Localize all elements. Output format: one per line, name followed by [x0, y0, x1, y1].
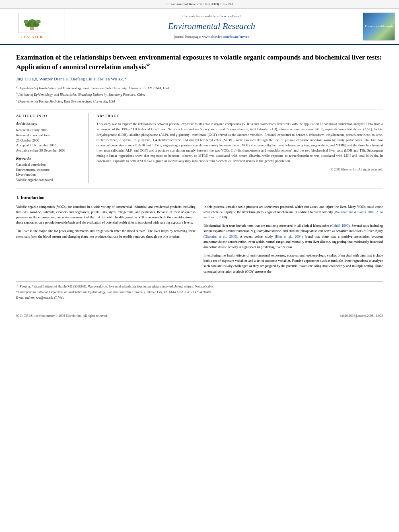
body-two-col: Volatile organic compounds (VOCs) are co…	[16, 204, 383, 277]
page: Environmental Research 109 (2009) 193–19…	[0, 0, 399, 321]
svg-point-4	[24, 20, 29, 24]
body-left-col: Volatile organic compounds (VOCs) are co…	[16, 204, 195, 277]
intro-right-para3: In exploring the health effects of envir…	[204, 253, 383, 274]
authors-line: Jing Liu a,b, Wanzer Drane a, Xuefeng Li…	[16, 76, 383, 82]
journal-citation-bar: Environmental Research 109 (2009) 193–19…	[0, 0, 399, 9]
title-text: Examination of the relationships between…	[16, 53, 382, 71]
affil-c-text: Department of Family Medicine, East Tenn…	[17, 99, 115, 103]
elsevier-logo: ELSEVIER	[18, 13, 46, 40]
affiliations: a Department of Biostatistics and Epidem…	[16, 85, 383, 104]
keyword-liver: Liver function	[16, 173, 82, 177]
journal-header: ELSEVIER Contents lists available at Sci…	[0, 9, 399, 45]
article-info-abstract-section: ARTICLE INFO Article history: Received 2…	[16, 109, 383, 183]
journal-title-area: Contents lists available at ScienceDirec…	[64, 9, 359, 44]
abstract-label: ABSTRACT	[97, 113, 383, 119]
intro-heading-text: 1. Introduction	[16, 195, 45, 200]
content-area: Examination of the relationships between…	[0, 45, 399, 310]
issn-text: 0013-9351/$- see front matter © 2008 Els…	[16, 314, 107, 318]
funding-note: ☆ Funding: National Institutes of Health…	[16, 284, 383, 289]
article-info-col: ARTICLE INFO Article history: Received 2…	[16, 113, 88, 183]
ref-cahill[interactable]: Cahill, 1999	[331, 224, 349, 228]
keyword-voc: Volatile organic compound	[16, 178, 82, 183]
copyright-line: © 2008 Elsevier Inc. All rights reserved…	[97, 167, 383, 172]
intro-right-para1: In this process, unstable toxic products…	[204, 204, 383, 220]
title-footnote-star: ☆	[146, 62, 150, 67]
journal-homepage-line: journal homepage: www.elsevier.com/locat…	[174, 34, 249, 39]
article-title: Examination of the relationships between…	[16, 53, 383, 72]
abstract-text: This study was to explore the relationsh…	[97, 121, 383, 164]
ref-giannini[interactable]: Giannini et al., 2005	[205, 234, 236, 238]
journal-cover-thumbnail: Environmental Research	[363, 12, 395, 41]
authors-text: Jing Liu a,b, Wanzer Drane a, Xuefeng Li…	[16, 76, 127, 81]
intro-para2: The liver is the major site for processi…	[16, 228, 195, 239]
article-info-label: ARTICLE INFO	[16, 113, 82, 119]
elsevier-logo-box	[18, 13, 46, 33]
intro-para1: Volatile organic compounds (VOCs) are co…	[16, 204, 195, 226]
body-right-col: In this process, unstable toxic products…	[204, 204, 383, 277]
history-text: Received 23 July 2008 Received in revise…	[16, 127, 82, 153]
journal-title: Environmental Research	[168, 20, 255, 33]
homepage-link[interactable]: www.elsevier.com/locate/envres	[202, 35, 249, 39]
elsevier-tree-icon	[22, 15, 42, 31]
journal-thumbnail-area: Environmental Research	[359, 9, 399, 44]
introduction-heading: 1. Introduction	[16, 195, 383, 201]
abstract-col: ABSTRACT This study was to explore the r…	[97, 113, 383, 183]
ref-kim[interactable]: Kim et al., 2004	[276, 234, 302, 238]
history-label: Article history:	[16, 121, 82, 126]
corresponding-note: * Corresponding author at: Department of…	[16, 290, 383, 294]
keywords-label: Keywords:	[16, 156, 82, 161]
affil-a-text: Department of Biostatistics and Epidemio…	[18, 86, 169, 90]
journal-thumb-label: Environmental Research	[365, 25, 393, 29]
elsevier-logo-area: ELSEVIER	[0, 9, 64, 44]
intro-right-para2: Biochemical liver tests include tests th…	[204, 223, 383, 250]
ref-brautbar[interactable]: Brautbar and Williams, 2002	[335, 210, 374, 214]
affil-c: c Department of Family Medicine, East Te…	[16, 98, 383, 104]
affil-b-text: Institute of Epidemiology and Biostatist…	[18, 92, 146, 97]
section-divider	[16, 189, 383, 189]
homepage-prefix: journal homepage:	[174, 35, 202, 39]
sciencedirect-link[interactable]: ScienceDirect	[220, 14, 241, 18]
doi-text: doi:10.1016/j.envres.2008.11.002	[340, 314, 383, 318]
star-symbol: ☆	[16, 285, 19, 288]
affil-a: a Department of Biostatistics and Epidem…	[16, 85, 383, 91]
elsevier-brand-text: ELSEVIER	[21, 35, 43, 40]
keyword-canonical: Canonical correlation	[16, 162, 82, 167]
footer-bottom-bar: 0013-9351/$- see front matter © 2008 Els…	[0, 311, 399, 320]
sciencedirect-prefix: Contents lists available at	[183, 14, 220, 18]
affil-b: b Institute of Epidemiology and Biostati…	[16, 91, 383, 97]
email-link[interactable]: wut@etsu.edu	[36, 296, 53, 300]
sciencedirect-line: Contents lists available at ScienceDirec…	[183, 14, 241, 19]
email-note: E-mail address: wut@etsu.edu (T. Wu).	[16, 296, 383, 300]
keyword-environmental: Environmental exposure	[16, 168, 82, 173]
footer-notes: ☆ Funding: National Institutes of Health…	[16, 281, 383, 300]
svg-point-5	[36, 20, 41, 24]
journal-citation: Environmental Research 109 (2009) 193–19…	[167, 2, 232, 6]
